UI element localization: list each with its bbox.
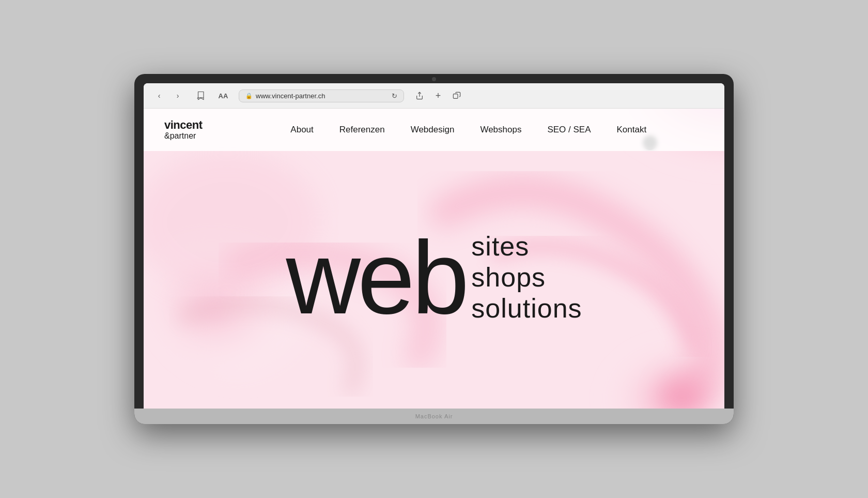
nav-link-kontakt[interactable]: Kontakt: [617, 125, 647, 134]
refresh-button[interactable]: ↻: [392, 92, 397, 100]
forward-button[interactable]: ›: [171, 88, 185, 103]
nav-link-about[interactable]: About: [290, 125, 313, 134]
site-logo[interactable]: vincent &partner: [164, 119, 203, 141]
hero-web-text: web: [286, 226, 466, 329]
reader-button[interactable]: AA: [216, 88, 230, 103]
device-label: MacBook Air: [415, 413, 453, 419]
nav-item-webdesign[interactable]: Webdesign: [411, 125, 455, 135]
bookmarks-button[interactable]: [193, 88, 208, 103]
nav-item-seo[interactable]: SEO / SEA: [547, 125, 591, 135]
nav-item-about[interactable]: About: [290, 125, 313, 135]
nav-link-seo[interactable]: SEO / SEA: [547, 125, 591, 134]
browser-right-controls: +: [412, 88, 464, 103]
site-navigation: vincent &partner About Referenzen Webdes…: [144, 109, 724, 151]
url-text: www.vincent-partner.ch: [256, 92, 389, 100]
laptop-base: MacBook Air: [134, 409, 734, 424]
website-content: vincent &partner About Referenzen Webdes…: [144, 109, 724, 409]
hero-sites: sites: [471, 231, 582, 262]
back-button[interactable]: ‹: [152, 88, 166, 103]
browser-nav: ‹ ›: [152, 88, 185, 103]
logo-partner: &partner: [164, 131, 203, 141]
nav-item-referenzen[interactable]: Referenzen: [339, 125, 385, 135]
browser-chrome: ‹ › AA 🔒 www.vincent-partner.ch ↻: [144, 83, 724, 109]
tabs-button[interactable]: [450, 88, 464, 103]
laptop-screen: ‹ › AA 🔒 www.vincent-partner.ch ↻: [144, 83, 724, 409]
camera-notch: [432, 77, 436, 81]
logo-vincent: vincent: [164, 119, 203, 131]
hero-suffix-text: sites shops solutions: [471, 231, 582, 324]
nav-item-kontakt[interactable]: Kontakt: [617, 125, 647, 135]
hero-text: web sites shops solutions: [286, 226, 582, 329]
share-button[interactable]: [412, 88, 427, 103]
hero-solutions: solutions: [471, 293, 582, 324]
site-menu: About Referenzen Webdesign Webshops SEO …: [234, 125, 704, 135]
hero-section: web sites shops solutions: [144, 151, 724, 404]
svg-rect-1: [453, 94, 458, 99]
address-bar[interactable]: 🔒 www.vincent-partner.ch ↻: [239, 89, 404, 102]
hero-shops: shops: [471, 262, 582, 293]
nav-link-webdesign[interactable]: Webdesign: [411, 125, 455, 134]
laptop-frame: ‹ › AA 🔒 www.vincent-partner.ch ↻: [134, 74, 734, 424]
lock-icon: 🔒: [245, 93, 253, 99]
nav-link-webshops[interactable]: Webshops: [480, 125, 521, 134]
add-tab-button[interactable]: +: [431, 88, 445, 103]
nav-link-referenzen[interactable]: Referenzen: [339, 125, 385, 134]
nav-item-webshops[interactable]: Webshops: [480, 125, 521, 135]
